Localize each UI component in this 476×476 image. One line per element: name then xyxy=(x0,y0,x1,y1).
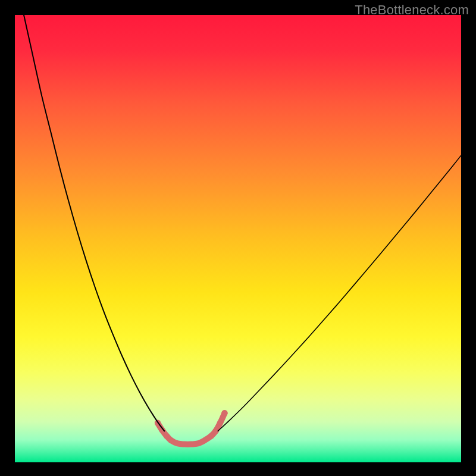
chart-background xyxy=(15,15,461,462)
chart-svg xyxy=(15,15,461,462)
svg-point-4 xyxy=(208,433,214,439)
svg-point-6 xyxy=(217,420,223,426)
chart-plot-area xyxy=(15,15,461,462)
svg-point-2 xyxy=(164,433,170,439)
chart-frame: TheBottleneck.com xyxy=(0,0,476,476)
svg-point-7 xyxy=(221,410,227,416)
svg-point-3 xyxy=(168,437,174,443)
